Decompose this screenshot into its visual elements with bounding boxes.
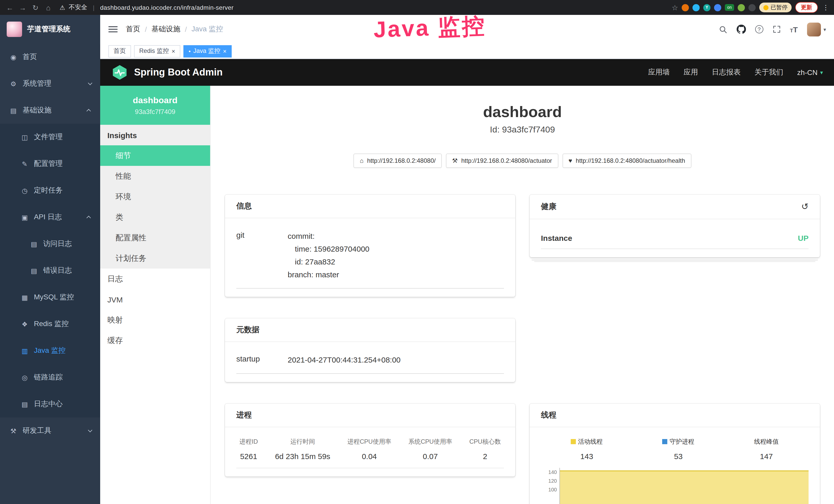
sidebar-item-mysql-monitor[interactable]: ▦ MySQL 监控 [0,284,100,311]
tab-redis-monitor[interactable]: Redis 监控 × [134,45,180,57]
sba-logo-icon [111,64,128,81]
locale-selector[interactable]: zh-CN ▾ [797,68,823,76]
close-icon[interactable]: × [172,47,175,55]
breadcrumb-home[interactable]: 首页 [126,25,140,34]
sba-item-mappings[interactable]: 映射 [100,310,210,330]
sba-item-jvm[interactable]: JVM [100,289,210,310]
sidebar-item-system-mgmt[interactable]: ⚙ 系统管理 [0,70,100,97]
sba-instance-block[interactable]: dashboard 93a3fc7f7409 [100,86,210,125]
fullscreen-icon[interactable] [772,25,781,33]
sidebar-item-tracing[interactable]: ◎ 链路追踪 [0,364,100,391]
instance-id: Id: 93a3fc7f7409 [225,125,820,135]
sba-nav-about[interactable]: 关于我们 [755,68,784,77]
sidebar-item-java-monitor[interactable]: ▥ Java 监控 [0,337,100,364]
sidebar-item-label: 基础设施 [23,106,51,115]
smiley-icon [763,5,768,10]
sidebar-item-home[interactable]: ◉ 首页 [0,44,100,70]
actuator-url-button[interactable]: ⚒ http://192.168.0.2:48080/actuator [446,154,558,168]
sidebar-menu: ◉ 首页 ⚙ 系统管理 ▤ 基础设施 ◫ 文件管理 [0,44,100,504]
extension-icon[interactable]: Y [703,4,710,11]
forward-icon[interactable]: → [18,3,27,12]
tab-home[interactable]: 首页 [108,45,131,57]
sba-item-scheduled[interactable]: 计划任务 [100,248,210,269]
search-icon[interactable] [719,25,727,33]
chevron-down-icon [88,81,92,85]
sba-nav-applications[interactable]: 应用 [684,68,698,77]
address-bar[interactable]: dashboard.yudao.iocoder.cn/infra/admin-s… [100,4,234,11]
tab-java-monitor[interactable]: ● Java 监控 × [183,45,232,57]
tab-bar: 首页 Redis 监控 × ● Java 监控 × [100,44,834,59]
home-icon[interactable]: ⌂ [44,3,53,12]
process-header: 进程CPU使用率 [348,437,391,446]
extension-icon[interactable] [693,4,700,11]
legend-live-threads: 活动线程 143 [571,437,602,461]
threads-chart: 140 120 100 [541,468,809,504]
monitor-icon: ▤ [9,107,18,114]
hamburger-icon[interactable] [108,26,118,32]
sba-item-caches[interactable]: 缓存 [100,330,210,351]
extension-icon[interactable] [714,4,721,11]
health-instance-row[interactable]: Instance UP [541,228,809,249]
git-commit-label: commit: [288,230,369,243]
sba-item-environment[interactable]: 环境 [100,186,210,207]
insecure-warning-icon: ⚠ [60,4,65,11]
sidebar-item-error-logs[interactable]: ▤ 错误日志 [0,257,100,284]
sba-item-details[interactable]: 细节 [100,145,210,166]
sidebar-item-access-logs[interactable]: ▤ 访问日志 [0,231,100,257]
sba-item-classes[interactable]: 类 [100,207,210,228]
sidebar-item-scheduled-tasks[interactable]: ◷ 定时任务 [0,177,100,204]
back-icon[interactable]: ← [5,3,14,12]
github-icon[interactable] [737,25,746,34]
metadata-value: 2021-04-27T00:44:31.254+08:00 [288,353,401,366]
sba-nav-wallboard[interactable]: 应用墙 [648,68,670,77]
close-icon[interactable]: × [223,47,226,55]
gear-icon: ⚙ [9,80,18,88]
breadcrumb-current: Java 监控 [192,25,223,34]
sidebar-item-dev-tools[interactable]: ⚒ 研发工具 [0,417,100,444]
file-icon: ◫ [21,133,29,141]
heart-icon: ♥ [568,157,572,164]
update-button[interactable]: 更新 [795,2,818,13]
sidebar-item-infrastructure[interactable]: ▤ 基础设施 [0,97,100,124]
sba-brand-title: Spring Boot Admin [134,67,223,78]
sidebar-item-redis-monitor[interactable]: ❖ Redis 监控 [0,311,100,337]
sba-item-logs[interactable]: 日志 [100,269,210,289]
user-menu[interactable]: ▾ [807,22,826,36]
process-value: 2 [469,452,501,461]
extension-icon[interactable] [748,4,756,11]
extension-on-badge[interactable]: on [725,4,734,11]
sidebar-item-config-mgmt[interactable]: ✎ 配置管理 [0,151,100,177]
extension-icon[interactable] [738,4,745,11]
sba-nav-journal[interactable]: 日志报表 [712,68,741,77]
legend-swatch-yellow [571,439,576,444]
breadcrumb-infrastructure[interactable]: 基础设施 [152,25,180,34]
paused-badge[interactable]: 已暂停 [759,3,792,12]
browser-chrome: ← → ↻ ⌂ ⚠ 不安全 | dashboard.yudao.iocoder.… [0,0,834,15]
service-url: http://192.168.0.2:48080/ [367,157,436,164]
text-size-icon[interactable]: TT [790,25,798,33]
sba-item-config-props[interactable]: 配置属性 [100,228,210,248]
process-col-cores: CPU核心数 2 [469,437,501,461]
reload-icon[interactable]: ↻ [31,3,40,12]
help-icon[interactable]: ? [755,25,763,33]
browser-menu-icon[interactable]: ⋮ [822,4,829,11]
history-icon[interactable]: ↺ [802,201,809,212]
sba-main: dashboard Id: 93a3fc7f7409 ⌂ http://192.… [211,86,834,504]
page-header: 首页 / 基础设施 / Java 监控 Java 监控 ? [100,15,834,44]
breadcrumb-separator: / [145,25,147,33]
app-logo-area: 芋道管理系统 [0,15,100,44]
sidebar-item-api-logs[interactable]: ▣ API 日志 [0,204,100,231]
bookmark-star-icon[interactable]: ☆ [672,3,678,12]
log-center-icon: ▤ [21,400,29,408]
sba-item-metrics[interactable]: 性能 [100,166,210,186]
service-url-button[interactable]: ⌂ http://192.168.0.2:48080/ [354,154,442,168]
sba-brand[interactable]: Spring Boot Admin [111,64,223,81]
health-url-button[interactable]: ♥ http://192.168.0.2:48080/actuator/heal… [562,154,691,168]
sidebar-item-log-center[interactable]: ▤ 日志中心 [0,391,100,417]
security-label[interactable]: 不安全 [69,3,87,12]
sidebar-item-label: 配置管理 [34,159,63,168]
sidebar-item-file-mgmt[interactable]: ◫ 文件管理 [0,124,100,151]
process-card-title: 进程 [236,410,252,420]
extension-icon[interactable] [682,4,689,11]
sidebar-item-label: 访问日志 [43,239,72,249]
